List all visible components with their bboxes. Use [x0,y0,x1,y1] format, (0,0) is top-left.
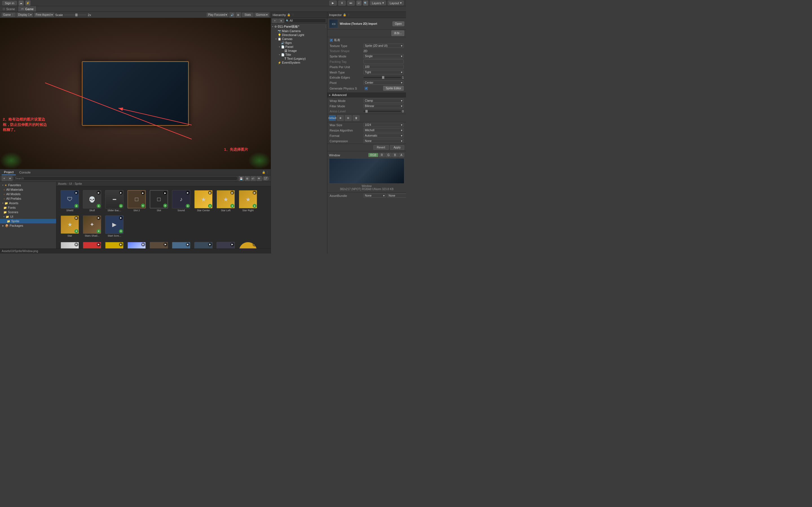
asset-play-stars-shad[interactable]: ▶ [97,216,101,220]
private-checkbox[interactable]: ✓ [329,39,333,42]
platform-monitor-btn[interactable]: 🖥 [337,115,344,121]
tree-bgm[interactable]: ▶ 🔊 Bgm [271,41,327,45]
asset-add-star-center[interactable]: + [208,204,212,208]
wrap-mode-dropdown[interactable]: Clamp ▾ [363,99,404,103]
asset-play-switch-ba[interactable]: ▶ [74,242,79,246]
search-icon[interactable]: 🔍 [363,1,368,6]
packing-tag-input[interactable] [363,59,404,64]
advanced-section[interactable]: ▶ Advanced [327,93,406,98]
hierarchy-more-btn[interactable]: ▾ [278,18,284,23]
asset-add-star-right[interactable]: + [253,204,257,208]
display-dropdown[interactable]: Display 1 ▾ [17,13,33,17]
add-icon[interactable]: + [2,176,7,181]
tree-main-camera[interactable]: ▶ 📷 Main Camera [271,29,327,33]
asset-add-shield[interactable]: + [74,204,79,208]
inspector-lock[interactable]: 🔒 [343,13,346,16]
filter-mode-dropdown[interactable]: Bilinear ▾ [363,104,404,108]
asset-play-sword-icon[interactable]: ▶ [141,242,145,246]
tree-image[interactable]: ▶ 🖼 Image [271,49,327,53]
resize-algo-dropdown[interactable]: Mitchell ▾ [363,128,404,132]
texture-type-dropdown[interactable]: Sprite (2D and UI) ▾ [363,44,404,48]
hierarchy-search-box[interactable]: 🔍 All [285,18,326,23]
asset-item-stars-shad[interactable]: ✦▶+Stars Shad... [82,214,103,238]
asset-item-sound[interactable]: ♪▶+Sound [170,189,192,213]
pivot-dropdown[interactable]: Center ▾ [363,80,404,85]
asset-item-thumb[interactable]: ○▶+Thumb [238,241,259,248]
asset-play-tab-norm[interactable]: ▶ [163,242,167,246]
tab-project[interactable]: Project [2,169,16,175]
asset-play-slot2[interactable]: ▶ [141,191,145,195]
asset-item-shield[interactable]: 🛡▶+Shield [59,189,80,213]
sidebar-ui[interactable]: ▾ 📁 UI [0,214,56,219]
asset-item-switch-ba[interactable]: ⬭▶+Switch Ba... [59,241,80,248]
revert-button[interactable]: Revert [373,145,389,150]
mesh-type-dropdown[interactable]: Tight ▾ [363,70,404,74]
compression-dropdown[interactable]: None ▾ [363,139,404,143]
more-icon[interactable]: ▾ [7,176,12,181]
platform-default-btn[interactable]: Default [329,115,336,121]
channel-rgb[interactable]: RGB [368,153,378,157]
max-size-dropdown[interactable]: 1024 ▾ [363,123,404,127]
search-filter-icon[interactable]: ⊞ [245,176,250,181]
sidebar-scenes[interactable]: 📁 Scenes [0,210,56,214]
scale-slider[interactable] [64,14,87,15]
inspector-menu[interactable]: ⋮ [347,13,350,16]
hierarchy-lock[interactable]: 🔒 [287,13,290,16]
tree-text-legacy[interactable]: ▶ T Text (Legacy) [271,57,327,61]
tree-panel[interactable]: ▾ 📄 Panel [271,45,327,49]
asset-add-stars-shad[interactable]: + [97,229,101,233]
tab-scene[interactable]: ⬡ Scene [0,6,18,11]
saved-search-icon[interactable]: 💾 [239,176,244,181]
channel-b[interactable]: B [392,153,398,157]
asset-play-shield[interactable]: ▶ [74,191,79,194]
sprite-editor-button[interactable]: Sprite Editor [383,86,404,91]
panel-menu-icon[interactable]: ⋮ [266,171,269,174]
sidebar-assets[interactable]: ▾ 📁 Assets [0,201,56,205]
asset-add-star[interactable]: + [74,229,79,233]
game-dropdown[interactable]: Game ⋮ [2,13,15,17]
channel-g[interactable]: G [386,153,392,157]
undo-icon[interactable]: ↩ [356,1,361,6]
asset-play-tab-sel[interactable]: ▶ [186,242,190,246]
sidebar-all-prefabs[interactable]: ○ All Prefabs [0,196,56,201]
asset-add-slot2[interactable]: + [141,204,145,208]
open-button[interactable]: Open [393,21,404,26]
root-menu[interactable]: ⋮ [324,25,327,28]
lock-icon[interactable]: 🔒 [262,171,265,174]
asset-play-star-center[interactable]: ▶ [208,191,212,194]
asset-play-star[interactable]: ▶ [74,216,79,220]
asset-item-tab-norm[interactable]: ▭▶+tab - norm... [148,241,169,248]
sidebar-favorites[interactable]: ▾ ★ Favorites [0,183,56,187]
sidebar-all-models[interactable]: ○ All Models [0,192,56,196]
layout-dropdown[interactable]: Layout ▾ [388,1,404,5]
asset-bundle-dropdown[interactable]: None ▾ [363,193,386,198]
format-dropdown[interactable]: Automatic ▾ [363,133,404,138]
play-button[interactable]: ▶ [329,1,337,6]
channel-a[interactable]: A [398,153,404,157]
asset-add-start-scr[interactable]: + [119,229,123,233]
gizmos-dropdown[interactable]: Gizmos ▾ [255,13,269,17]
asset-play-tab-window[interactable]: ▶ [208,242,212,246]
asset-item-tab-window[interactable]: ▭▶+Tab Window [193,241,214,248]
step-button[interactable]: ⏭ [347,1,355,6]
asset-item-star[interactable]: ★▶+Star [59,214,80,238]
platform-trash-btn[interactable]: 🗑 [353,115,359,121]
tree-dir-light[interactable]: ▶ 💡 Directional Light [271,33,327,37]
tree-event-system[interactable]: ▶ ⚡ EventSystem [271,61,327,64]
labels-icon[interactable]: 🏷 [251,176,256,181]
asset-play-slider-back[interactable]: ▶ [119,191,123,194]
asset-item-slot2[interactable]: □▶+Slot 2 [126,189,147,213]
asset-item-tab[interactable]: ▭▶+Tab [215,241,236,248]
pause-button[interactable]: ⏸ [338,1,346,6]
layers-dropdown[interactable]: Layers ▾ [370,1,386,5]
asset-add-slot[interactable]: + [163,204,167,208]
play-focused-dropdown[interactable]: Play Focused ▾ [207,13,229,17]
asset-search[interactable] [13,176,238,180]
asset-item-slider-back[interactable]: ━▶+Slider Bac... [104,189,125,213]
asset-play-slot[interactable]: ▶ [163,191,167,195]
asset-item-switch-on[interactable]: ●▶+Switch On [104,241,125,248]
pixels-per-unit-input[interactable] [363,65,404,69]
asset-play-star-left[interactable]: ▶ [231,191,234,194]
asset-add-slider-back[interactable]: + [119,204,123,208]
asset-item-switch-off[interactable]: ●▶+Switch Off [82,241,103,248]
